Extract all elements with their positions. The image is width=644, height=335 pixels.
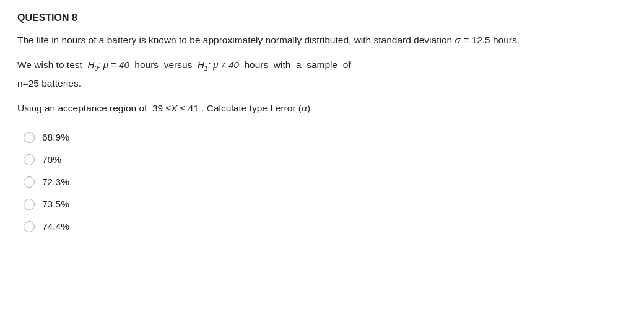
option-2[interactable]: 70% — [24, 154, 627, 165]
acceptance-line: Using an acceptance region of 39 ≤X ≤ 41… — [17, 100, 627, 116]
option-2-label: 70% — [42, 154, 61, 165]
option-1-label: 68.9% — [42, 132, 69, 143]
versus-word: versus — [164, 57, 198, 73]
option-5-label: 74.4% — [42, 221, 69, 232]
hours-word-1: hours — [129, 57, 164, 73]
option-5[interactable]: 74.4% — [24, 221, 627, 232]
we-wish-text: We wish to test — [17, 57, 87, 73]
main-container: QUESTION 8 The life in hours of a batter… — [0, 0, 644, 245]
radio-3[interactable] — [24, 176, 35, 188]
radio-2[interactable] — [24, 154, 35, 165]
question-title: QUESTION 8 — [17, 12, 627, 24]
option-4-label: 73.5% — [42, 199, 69, 210]
hypothesis-line: We wish to test H0: μ = 40 hours versus … — [17, 57, 627, 74]
h0-notation: H0: μ = 40 — [87, 57, 129, 74]
option-1[interactable]: 68.9% — [24, 132, 627, 143]
h1-notation: H1: μ ≠ 40 — [198, 57, 239, 74]
sigma-symbol: σ = 12.5 — [455, 35, 490, 45]
question-body-line1: The life in hours of a battery is known … — [17, 32, 627, 48]
radio-1[interactable] — [24, 132, 35, 143]
radio-4[interactable] — [24, 199, 35, 210]
option-4[interactable]: 73.5% — [24, 199, 627, 210]
with-word: with — [274, 57, 296, 73]
option-3-label: 72.3% — [42, 176, 69, 188]
option-3[interactable]: 72.3% — [24, 176, 627, 188]
a-sample-of: a sample of — [296, 57, 351, 73]
n-line: n=25 batteries. — [17, 76, 627, 92]
options-section: 68.9% 70% 72.3% 73.5% 74.4% — [24, 132, 627, 232]
hours-word-2: hours — [239, 57, 274, 73]
radio-5[interactable] — [24, 221, 35, 232]
